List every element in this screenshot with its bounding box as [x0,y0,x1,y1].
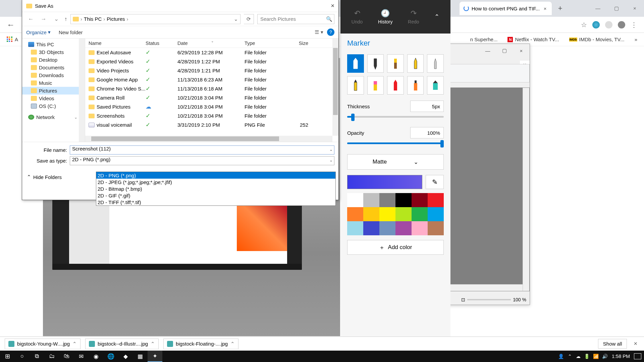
color-swatch[interactable] [395,207,412,221]
chevron-up-icon[interactable]: ⌃ [151,341,155,347]
volume-icon[interactable]: 🔊 [602,354,608,359]
color-swatch[interactable] [428,207,444,221]
nav-up-icon[interactable]: ↑ [64,16,67,22]
column-name[interactable]: Name [85,41,146,46]
color-swatch[interactable] [379,207,395,221]
breadcrumb-pictures[interactable]: Pictures [107,16,125,22]
color-swatch[interactable] [395,193,412,207]
thickness-input[interactable] [410,101,444,112]
file-row[interactable]: Camera Roll ✓ 10/21/2018 3:04 PM File fo… [85,93,338,102]
tree-videos[interactable]: Videos [22,95,85,102]
savetype-option[interactable]: 2D - JPEG (*.jpg;*.jpeg;*.jpe;*.jfif) [96,179,335,185]
current-color-swatch[interactable] [347,175,422,189]
savetype-option[interactable]: 2D - GIF (*.gif) [96,192,335,199]
nav-recent-icon[interactable]: ⌄ [52,15,61,22]
search-box[interactable]: 🔍 [257,14,334,24]
eyedropper-button[interactable]: ✎ [426,175,444,189]
tree-3dobjects[interactable]: 3D Objects [22,48,85,56]
show-all-button[interactable]: Show all [598,339,627,349]
brush-eraser[interactable] [367,76,384,95]
profile-avatar-icon[interactable] [618,21,625,28]
view-mode-button[interactable]: ☰ ▾ [314,28,324,36]
brush-pencil[interactable] [347,76,364,95]
chevron-up-icon[interactable]: ⌃ [230,341,235,347]
color-swatch[interactable] [412,221,428,235]
file-explorer-icon[interactable]: 🗂 [44,351,59,362]
notifications-icon[interactable] [634,353,641,359]
editor-minimize-icon[interactable]: — [479,48,496,54]
chrome-taskbar-icon[interactable]: ◉ [89,351,103,362]
color-swatch[interactable] [363,207,379,221]
color-swatch[interactable] [347,193,363,207]
bookmarks-more-icon[interactable]: » [635,37,637,42]
chrome-close-icon[interactable]: × [626,5,644,11]
file-row[interactable]: Chrome No Video S... ✓ 11/13/2018 6:18 A… [85,84,338,93]
app-icon[interactable]: ◆ [118,351,133,362]
redo-button[interactable]: ↷Redo [408,9,419,24]
tray-expand-icon[interactable]: ⌃ [568,354,572,359]
fit-icon[interactable]: ⊡ [461,297,465,302]
savetype-input[interactable]: 2D - PNG (*.png)⌄ [70,156,334,165]
download-bar-close-icon[interactable]: × [632,340,639,347]
breadcrumb-thispc[interactable]: This PC [84,16,102,22]
brush-fill[interactable] [427,76,444,95]
savetype-option[interactable]: 2D - PNG (*.png) [96,172,335,179]
bookmark-apps[interactable]: A [7,37,18,43]
files-hscrollbar[interactable] [85,136,332,142]
start-button[interactable]: ⊞ [0,351,15,362]
download-item[interactable]: bigstock-Floating-....jpg⌃ [163,339,238,349]
address-dropdown-icon[interactable]: ⌄ [234,16,238,22]
extension-icon[interactable] [592,21,600,28]
chevron-up-icon[interactable]: ⌃ [72,341,77,347]
chrome-back-icon[interactable]: ← [7,20,15,29]
history-button[interactable]: 🕘History [378,9,393,24]
tree-music[interactable]: Music [22,79,85,87]
bookmark-item[interactable]: n Superhe... [470,37,498,42]
edge-icon[interactable]: 🌐 [103,351,118,362]
column-size[interactable]: Size [295,41,315,46]
app-icon[interactable]: ▦ [133,351,148,362]
refresh-button[interactable]: ⟳ [244,14,254,24]
files-vscrollbar[interactable] [332,39,338,136]
clock[interactable]: 1:58 PM [612,354,630,359]
color-swatch[interactable] [363,221,379,235]
file-row[interactable]: Exported Videos ✓ 4/28/2019 1:22 PM File… [85,57,338,66]
color-swatch[interactable] [347,221,363,235]
opacity-slider[interactable] [347,142,444,144]
tree-thispc[interactable]: This PC [22,41,85,48]
brush-crayon[interactable] [387,76,404,95]
cortana-icon[interactable]: ○ [15,351,30,362]
column-date[interactable]: ⌄Date [177,41,245,46]
tree-desktop[interactable]: Desktop [22,56,85,64]
people-icon[interactable]: 👤 [558,354,564,359]
file-row[interactable]: Saved Pictures ☁ 10/21/2018 3:04 PM File… [85,102,338,111]
address-bar[interactable]: › This PC › Pictures › ⌄ [70,14,240,24]
paint3d-taskbar-icon[interactable]: ✦ [148,351,162,362]
search-input[interactable] [260,16,324,22]
editor-maximize-icon[interactable]: ▢ [496,48,513,54]
file-row[interactable]: visual voicemail ✓ 3/31/2019 2:10 PM PNG… [85,120,338,129]
taskview-icon[interactable]: ⧉ [30,351,44,362]
brush-pixel[interactable] [427,54,444,73]
mail-icon[interactable]: ✉ [74,351,89,362]
file-row[interactable]: Google Home App ✓ 11/13/2018 6:23 AM Fil… [85,75,338,84]
brush-marker[interactable] [347,54,364,73]
savetype-option[interactable]: 2D - TIFF (*.tiff;*.tif) [96,199,335,205]
color-swatch[interactable] [379,221,395,235]
onedrive-icon[interactable]: ☁ [576,354,581,359]
chevron-down-icon[interactable]: ⌄ [74,115,77,120]
color-swatch[interactable] [428,193,444,207]
hide-folders-button[interactable]: ⌃Hide Folders [27,174,62,180]
savetype-option[interactable]: 2D - Bitmap (*.bmp) [96,185,335,192]
tree-documents[interactable]: Documents [22,64,85,71]
opacity-input[interactable] [410,127,444,138]
undo-button[interactable]: ↶Undo [352,9,363,24]
nav-back-icon[interactable]: ← [26,16,36,22]
brush-spray[interactable] [407,76,424,95]
tree-osdrive[interactable]: OS (C:) [22,102,85,110]
dropdown-icon[interactable]: ⌄ [329,158,333,163]
help-button[interactable]: ? [327,28,334,36]
tab-close-icon[interactable]: × [542,6,548,11]
finish-select[interactable]: Matte ⌄ [347,154,444,170]
new-tab-button[interactable]: + [555,3,565,13]
